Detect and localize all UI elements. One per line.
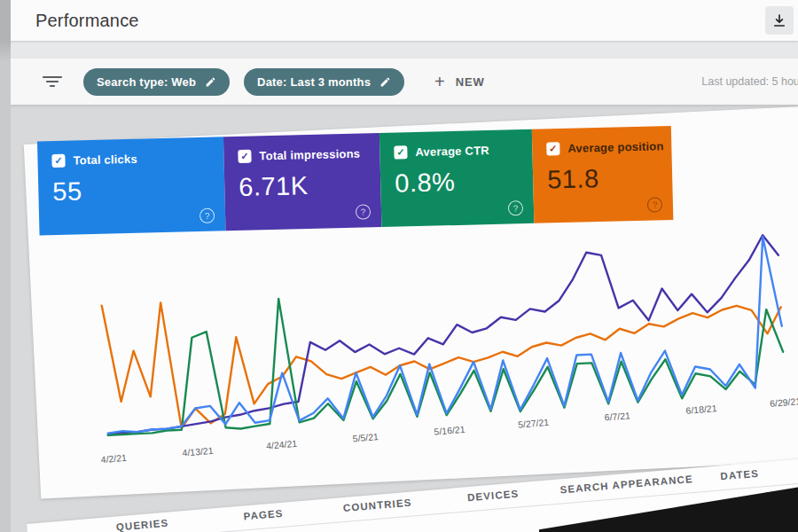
tab-queries[interactable]: QUERIES <box>115 518 168 532</box>
performance-panel: ✓ Total clicks 55 ? ✓ Total impressions … <box>0 106 798 501</box>
search-type-chip-label: Search type: Web <box>97 75 196 89</box>
x-axis-label: 4/13/21 <box>182 445 214 458</box>
last-updated-text: Last updated: 5 hour <box>701 75 798 88</box>
x-axis-label: 5/27/21 <box>518 417 550 430</box>
help-icon[interactable]: ? <box>356 204 371 219</box>
series-clicks <box>100 236 786 433</box>
checkbox-icon[interactable]: ✓ <box>238 150 251 163</box>
help-icon[interactable]: ? <box>508 200 523 215</box>
metric-value: 55 <box>52 174 211 207</box>
filter-toolbar: Search type: Web Date: Last 3 months + N… <box>11 59 798 105</box>
x-axis-label: 4/24/21 <box>266 438 298 451</box>
tab-search-appearance[interactable]: SEARCH APPEARANCE <box>559 473 693 496</box>
check-mark: ✓ <box>54 156 62 166</box>
tab-dates[interactable]: DATES <box>720 468 759 482</box>
tab-devices[interactable]: DEVICES <box>467 488 520 503</box>
average-ctr-card[interactable]: ✓ Average CTR 0.8% ? <box>379 129 535 227</box>
total-clicks-card[interactable]: ✓ Total clicks 55 ? <box>37 137 226 235</box>
tab-countries[interactable]: COUNTRIES <box>342 497 411 513</box>
filter-list-icon[interactable] <box>41 74 64 89</box>
x-axis-label: 4/2/21 <box>100 452 127 465</box>
search-type-chip[interactable]: Search type: Web <box>83 68 230 96</box>
download-icon <box>771 12 787 28</box>
plus-icon: + <box>434 73 446 90</box>
edit-icon[interactable] <box>379 76 391 88</box>
help-icon[interactable]: ? <box>647 197 662 212</box>
date-filter-chip[interactable]: Date: Last 3 months <box>244 68 404 96</box>
x-axis-label: 6/18/21 <box>685 403 717 416</box>
metric-label: Total impressions <box>259 147 360 163</box>
metric-label: Average position <box>567 139 664 155</box>
check-mark: ✓ <box>396 147 404 157</box>
average-position-card[interactable]: ✓ Average position 51.8 ? <box>532 126 674 223</box>
screen: Performance Search type: Web Date: Last … <box>0 0 798 532</box>
metric-label: Total clicks <box>73 153 137 168</box>
x-axis-label: 5/5/21 <box>352 431 379 443</box>
checkbox-icon[interactable]: ✓ <box>546 142 559 155</box>
check-mark: ✓ <box>240 152 248 161</box>
x-axis-label: 6/29/21 <box>770 395 798 409</box>
new-button-label: NEW <box>456 75 485 89</box>
edit-icon[interactable] <box>205 76 216 88</box>
metric-label: Average CTR <box>415 144 489 159</box>
app-header: Performance <box>11 0 798 41</box>
check-mark: ✓ <box>549 144 557 153</box>
header-gap-band <box>11 41 798 59</box>
download-button[interactable] <box>765 6 794 35</box>
page-title: Performance <box>35 0 139 41</box>
help-icon[interactable]: ? <box>200 208 215 223</box>
metric-value: 6.71K <box>239 169 367 202</box>
checkbox-icon[interactable]: ✓ <box>394 145 407 159</box>
x-axis-label: 6/7/21 <box>604 410 630 422</box>
date-filter-chip-label: Date: Last 3 months <box>257 75 371 89</box>
metric-value: 0.8% <box>395 166 520 198</box>
total-impressions-card[interactable]: ✓ Total impressions 6.71K ? <box>223 133 382 231</box>
x-axis-label: 5/16/21 <box>434 424 466 437</box>
checkbox-icon[interactable]: ✓ <box>51 154 65 168</box>
new-filter-button[interactable]: + NEW <box>429 72 490 91</box>
tab-pages[interactable]: PAGES <box>243 508 284 522</box>
screen-left-edge <box>0 0 11 532</box>
metric-value: 51.8 <box>547 162 659 194</box>
